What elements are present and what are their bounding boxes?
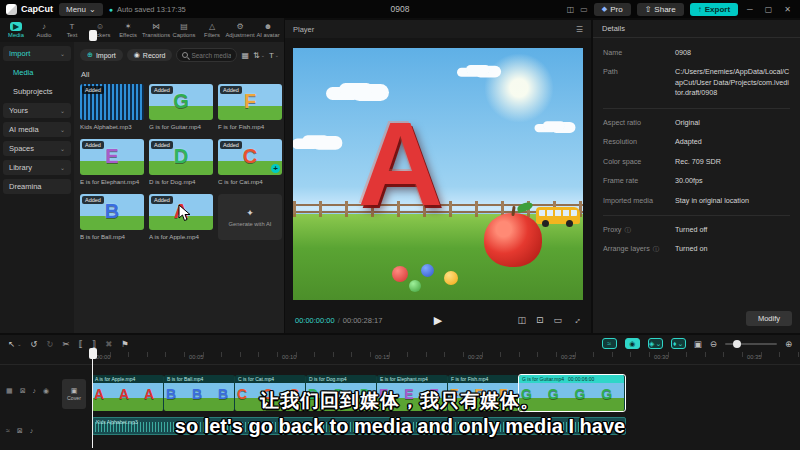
voiceover-icon[interactable]: ≈ — [602, 338, 617, 349]
playhead-line[interactable] — [92, 348, 93, 448]
sidebar-item[interactable]: Yours ⌄ — [3, 103, 71, 118]
video-clip[interactable]: A is for Apple.mp4 A A A — [92, 375, 164, 411]
close-button[interactable]: ✕ — [781, 5, 794, 14]
video-clip[interactable]: E is for Elephant.mp4 E E E — [377, 375, 448, 411]
player-panel: Player ☰ A 00:00:00:00 / 00:00:28:17 ▶ — [285, 20, 591, 333]
export-button[interactable]: ↑ Export — [690, 3, 738, 16]
media-thumbnail[interactable]: Added — [80, 84, 144, 120]
ribbon-tab[interactable]: T Text — [58, 22, 86, 38]
sidebar-item[interactable]: AI media ⌄ — [3, 122, 71, 137]
ribbon-tab[interactable]: ✶ Effects — [114, 22, 142, 38]
snapshot-icon[interactable]: ▣ — [694, 339, 702, 349]
trim-left-icon[interactable]: ⟦ — [79, 339, 83, 349]
video-clip[interactable]: B is for Ball.mp4 B B B — [164, 375, 235, 411]
fit-icon[interactable]: ⊡ — [536, 315, 544, 325]
playhead-handle[interactable] — [89, 348, 97, 359]
media-item[interactable]: F Added F is for Fish.mp4 — [218, 84, 282, 130]
menu-button[interactable]: Menu⌄ — [59, 3, 103, 16]
zoom-out-icon[interactable]: ⊖ — [710, 339, 717, 349]
video-clip[interactable]: F is for Fish.mp4 F F F — [448, 375, 519, 411]
search-input[interactable] — [191, 52, 231, 59]
undo-icon[interactable]: ↺ — [30, 339, 37, 349]
add-to-timeline-icon[interactable]: + — [271, 164, 280, 173]
timeline-ruler[interactable]: 00:0000:0500:1000:1500:2000:2500:3000:35 — [0, 352, 800, 365]
ribbon-tab[interactable]: ▤ Captions — [170, 22, 198, 38]
audio-toggle-icon[interactable]: ◉ — [625, 338, 640, 349]
player-menu-icon[interactable]: ☰ — [576, 25, 583, 34]
school-bus-graphic — [536, 207, 580, 224]
select-tool-icon[interactable]: ↖⌄ — [8, 339, 21, 349]
zoom-slider-knob[interactable] — [733, 340, 741, 348]
timeline-zoom-slider[interactable] — [725, 343, 777, 345]
trim-right-icon[interactable]: ⟧ — [92, 339, 96, 349]
redo-icon[interactable]: ↻ — [46, 339, 53, 349]
speaker-options-icon[interactable]: ◈⌄ — [648, 338, 663, 349]
pro-button[interactable]: ◆ Pro — [594, 3, 631, 16]
ribbon-tab[interactable]: ⚙ Adjustment — [226, 22, 254, 38]
pip-icon[interactable]: ◫ — [517, 315, 526, 325]
storyboard-icon[interactable]: ▦ — [6, 387, 13, 395]
video-clip[interactable]: D is for Dog.mp4 D D D — [306, 375, 377, 411]
generate-with-ai-card[interactable]: ✦ Generate with AI — [218, 194, 282, 240]
titlebar: CapCut Menu⌄ ● Auto saved 13:17:35 0908 … — [0, 0, 800, 18]
ribbon-tab[interactable]: ♪ Audio — [30, 22, 58, 38]
hide-icon[interactable]: ◉ — [43, 387, 49, 395]
timeline-tracks: ▦ ⊠ ♪ ◉ ▣ Cover A is for Apple.mp4 — [0, 365, 800, 449]
maximize-button[interactable]: ▢ — [762, 5, 776, 14]
clip-name: A is for Apple.mp4 — [95, 376, 135, 382]
lock-icon[interactable]: ⊠ — [20, 387, 26, 395]
import-button[interactable]: ⊕ Import — [80, 49, 123, 61]
clip-thumbnail-letters: G G G G — [521, 386, 618, 402]
minimize-button[interactable]: ─ — [744, 5, 756, 14]
video-clip[interactable]: C is for Cat.mp4 C C C — [235, 375, 306, 411]
ratio-icon[interactable]: ▭ — [553, 315, 562, 325]
media-thumbnail[interactable]: E Added — [80, 139, 144, 175]
zoom-in-icon[interactable]: ⊕ — [785, 339, 792, 349]
panel-layout-icon[interactable]: ▭ — [580, 5, 588, 14]
media-thumbnail[interactable]: F Added — [218, 84, 282, 120]
ribbon-tab[interactable]: ▶ Media — [2, 22, 30, 38]
waveform-icon[interactable]: ≈ — [6, 427, 10, 435]
fullscreen-icon[interactable]: ↔ — [570, 313, 583, 326]
media-thumbnail[interactable]: C Added + — [218, 139, 282, 175]
sidebar-item[interactable]: Subprojects — [3, 84, 71, 99]
sort-icon[interactable]: ⇅⌄ — [253, 51, 265, 60]
media-thumbnail[interactable]: D Added — [149, 139, 213, 175]
media-thumbnail[interactable]: G Added — [149, 84, 213, 120]
sidebar-item[interactable]: Spaces ⌄ — [3, 141, 71, 156]
sidebar-item[interactable]: Import ⌄ — [3, 46, 71, 61]
layout-toggle-icon[interactable]: ◫ — [567, 5, 575, 14]
record-button[interactable]: ◉ Record — [127, 49, 173, 61]
delete-icon[interactable]: ✖ — [105, 339, 112, 349]
mark-icon[interactable]: ⚑ — [121, 339, 129, 349]
media-thumbnail[interactable]: B Added — [80, 194, 144, 230]
sidebar-item[interactable]: Media — [3, 65, 71, 80]
video-clip[interactable]: G is for Guitar.mp4 00:00:06:00 G G G G — [519, 375, 625, 411]
media-item[interactable]: B Added B is for Ball.mp4 — [80, 194, 144, 240]
mute-icon[interactable]: ♪ — [33, 387, 37, 395]
lock-icon[interactable]: ⊠ — [17, 427, 23, 435]
sidebar-item[interactable]: Library ⌄ — [3, 160, 71, 175]
share-button[interactable]: ⇧ Share — [637, 3, 684, 16]
media-item[interactable]: D Added D is for Dog.mp4 — [149, 139, 213, 185]
filter-icon[interactable]: T⌄ — [269, 51, 279, 60]
ribbon-tab[interactable]: ☻ AI avatar — [254, 22, 282, 38]
sidebar-item[interactable]: Dreamina — [3, 179, 71, 194]
media-item[interactable]: E Added E is for Elephant.mp4 — [80, 139, 144, 185]
media-item[interactable]: G Added G is for Guitar.mp4 — [149, 84, 213, 130]
play-button[interactable]: ▶ — [434, 314, 442, 327]
split-icon[interactable]: ✂ — [63, 339, 70, 349]
media-item[interactable]: Added Kids Alphabet.mp3 — [80, 84, 144, 130]
ribbon-tab[interactable]: ⋈ Transitions — [142, 22, 170, 38]
mute-icon[interactable]: ♪ — [30, 427, 34, 435]
audio-clip[interactable]: Kids Alphabet.mp3 — [92, 417, 626, 435]
video-preview[interactable]: A — [293, 48, 583, 300]
playhead-handle[interactable] — [89, 30, 97, 41]
media-search[interactable] — [176, 48, 237, 62]
cover-button[interactable]: ▣ Cover — [62, 379, 86, 409]
ribbon-tab[interactable]: △ Filters — [198, 22, 226, 38]
view-mode-icon[interactable]: ▦ — [241, 51, 249, 60]
media-item[interactable]: C Added + C is for Cat.mp4 — [218, 139, 282, 185]
audio-options-icon[interactable]: ♦⌄ — [671, 338, 686, 349]
modify-button[interactable]: Modify — [746, 311, 792, 326]
